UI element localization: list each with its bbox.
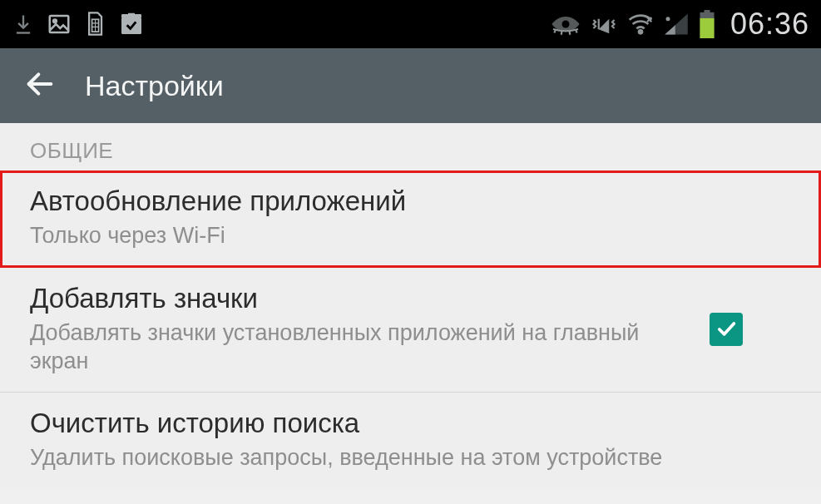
status-left xyxy=(12,11,145,37)
svg-point-6 xyxy=(665,17,670,21)
svg-rect-0 xyxy=(50,16,69,32)
svg-rect-7 xyxy=(704,10,710,12)
battery-icon xyxy=(699,10,715,38)
setting-auto-update[interactable]: Автообновление приложений Только через W… xyxy=(0,170,821,268)
status-bar: 06:36 xyxy=(0,0,821,48)
setting-clear-search-history[interactable]: Очистить историю поиска Удалить поисковы… xyxy=(0,393,821,489)
settings-list: ОБЩИЕ Автообновление приложений Только ч… xyxy=(0,123,821,489)
svg-point-5 xyxy=(639,30,642,33)
svg-rect-9 xyxy=(700,18,714,38)
wifi-icon xyxy=(627,12,654,36)
header-bar: Настройки xyxy=(0,48,821,123)
setting-title: Автообновление приложений xyxy=(30,185,791,217)
setting-title: Очистить историю поиска xyxy=(30,408,791,439)
download-icon xyxy=(12,12,35,36)
back-arrow-icon[interactable] xyxy=(23,67,57,104)
checkbox-add-icons[interactable] xyxy=(710,313,743,346)
store-check-icon xyxy=(118,11,145,37)
setting-subtitle: Удалить поисковые запросы, введенные на … xyxy=(30,444,791,472)
page-title: Настройки xyxy=(85,70,224,102)
setting-subtitle: Только через Wi-Fi xyxy=(30,222,791,250)
section-header-general: ОБЩИЕ xyxy=(0,123,821,170)
image-icon xyxy=(47,12,72,37)
setting-subtitle: Добавлять значки установленных приложени… xyxy=(30,319,685,376)
sim-icon xyxy=(83,11,106,37)
setting-add-icons[interactable]: Добавлять значки Добавлять значки устано… xyxy=(0,268,821,393)
vibrate-icon xyxy=(591,12,617,37)
signal-icon xyxy=(664,12,689,36)
svg-point-4 xyxy=(561,21,569,28)
status-right: 06:36 xyxy=(551,7,809,42)
svg-point-1 xyxy=(53,19,57,22)
eye-off-icon xyxy=(551,12,581,36)
setting-title: Добавлять значки xyxy=(30,283,685,314)
clock-time: 06:36 xyxy=(730,7,809,42)
